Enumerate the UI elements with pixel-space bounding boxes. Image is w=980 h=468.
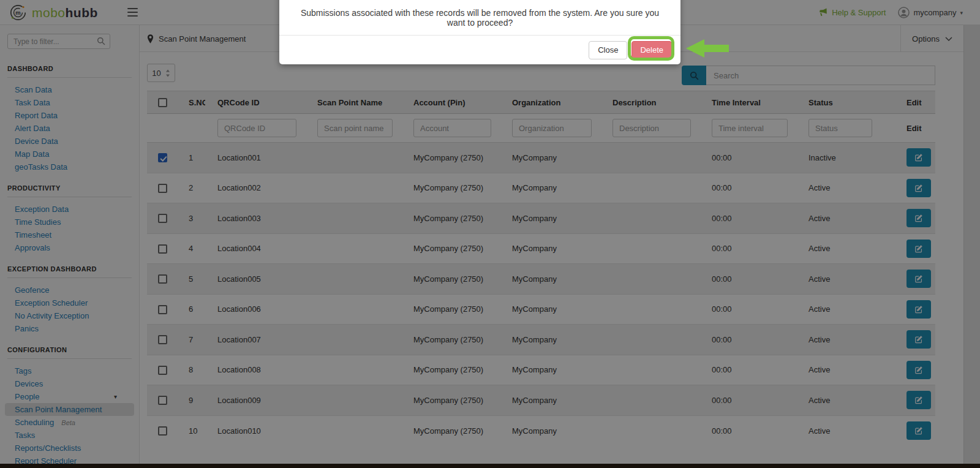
modal-backdrop [0,0,980,468]
close-button[interactable]: Close [589,41,627,59]
modal-footer: Close Delete [279,35,680,64]
modal-message: Submissions associated with these record… [279,0,680,35]
delete-button[interactable]: Delete [631,41,672,59]
confirm-delete-modal: Submissions associated with these record… [279,0,680,64]
window-bottom-edge [0,464,980,468]
